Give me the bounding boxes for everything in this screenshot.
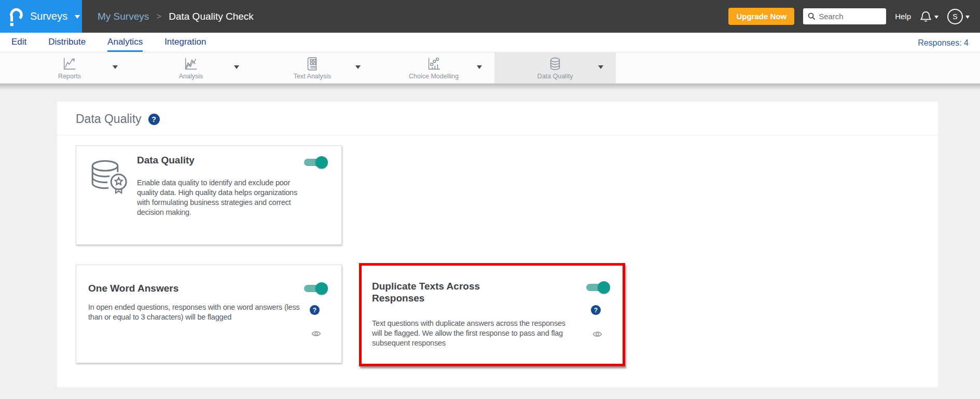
notifications-menu[interactable] [920, 10, 938, 23]
tab-label: Analysis [179, 73, 203, 80]
responses-count[interactable]: Responses: 4 [918, 33, 969, 52]
tab-strip-shadow [0, 84, 980, 90]
data-quality-icon [547, 56, 563, 72]
choice-modelling-icon [426, 56, 441, 72]
toggle-knob [315, 156, 328, 169]
analysis-chart-icon [183, 56, 199, 72]
toggle-knob [315, 282, 328, 295]
app-window: Surveys My Surveys > Data Quality Check … [0, 0, 980, 399]
help-link[interactable]: Help [895, 12, 911, 21]
help-circle-icon[interactable]: ? [310, 305, 320, 315]
breadcrumb-my-surveys[interactable]: My Surveys [98, 11, 149, 22]
nav-item-analytics[interactable]: Analytics [107, 33, 143, 52]
tab-label: Text Analysis [294, 73, 331, 80]
top-bar: Surveys My Surveys > Data Quality Check … [0, 0, 980, 33]
search-box[interactable] [803, 8, 886, 24]
breadcrumb: My Surveys > Data Quality Check [98, 11, 254, 22]
card-title: Data Quality [137, 154, 195, 166]
tab-data-quality[interactable]: Data Quality [494, 52, 616, 84]
account-menu[interactable]: S [947, 9, 970, 24]
tabs: Reports Analysis [9, 52, 616, 84]
section-title: Data Quality [76, 112, 142, 126]
panel-header: Data Quality ? [57, 102, 938, 135]
page-title: Data Quality Check [169, 11, 254, 22]
toggle-knob [598, 281, 610, 294]
chevron-down-icon[interactable] [355, 65, 361, 72]
nav-item-integration[interactable]: Integration [164, 33, 206, 52]
tab-text-analysis[interactable]: Text Analysis [252, 52, 373, 84]
eye-preview-icon[interactable] [592, 330, 603, 340]
tab-analysis[interactable]: Analysis [130, 52, 252, 84]
card-description: Text questions with duplicate answers ac… [372, 319, 569, 348]
one-word-answers-toggle[interactable] [304, 282, 328, 295]
tab-label: Choice Modelling [409, 73, 459, 80]
topbar-actions: Upgrade Now Help S [728, 8, 980, 25]
survey-nav: Edit Distribute Analytics Integration Re… [0, 33, 980, 52]
product-name: Surveys [30, 10, 67, 22]
questionpro-logo [8, 7, 23, 26]
search-input[interactable] [819, 12, 876, 21]
one-word-answers-card: One Word Answers In open ended questions… [76, 265, 342, 363]
card-description: In open ended questions, responses with … [88, 302, 314, 322]
nav-item-distribute[interactable]: Distribute [48, 33, 86, 52]
card-title: Duplicate Texts Across Responses [372, 280, 486, 304]
chevron-down-icon[interactable] [113, 65, 118, 72]
chevron-down-icon[interactable] [75, 15, 80, 21]
analytics-tab-strip: Reports Analysis [0, 52, 980, 83]
upgrade-now-button[interactable]: Upgrade Now [728, 8, 794, 25]
product-menu[interactable]: Surveys [0, 0, 82, 33]
duplicate-texts-card-highlighted: Duplicate Texts Across Responses ? Text … [359, 263, 625, 366]
chevron-down-icon [934, 16, 938, 21]
duplicate-texts-toggle[interactable] [586, 281, 610, 294]
database-badge-icon [87, 158, 131, 198]
card-description: Enable data quality to identify and excl… [137, 178, 306, 217]
chevron-down-icon [965, 16, 970, 21]
tab-label: Reports [58, 73, 81, 80]
chevron-down-icon[interactable] [477, 65, 482, 72]
help-circle-icon[interactable]: ? [148, 114, 160, 125]
text-analysis-icon [305, 56, 320, 72]
data-quality-toggle[interactable] [304, 156, 328, 169]
card-title: One Word Answers [88, 282, 178, 294]
avatar: S [947, 9, 963, 24]
data-quality-panel: Data Quality ? Data Quality Enable data … [57, 102, 938, 387]
data-quality-card: Data Quality Enable data quality to iden… [76, 145, 342, 245]
breadcrumb-separator: > [156, 11, 161, 22]
tab-reports[interactable]: Reports [9, 52, 130, 84]
nav-item-edit[interactable]: Edit [11, 33, 26, 52]
help-circle-icon[interactable]: ? [591, 305, 601, 315]
bell-icon [920, 10, 932, 23]
tab-label: Data Quality [537, 73, 573, 80]
chevron-down-icon[interactable] [598, 65, 603, 72]
search-icon [808, 12, 816, 20]
tab-choice-modelling[interactable]: Choice Modelling [373, 52, 494, 84]
eye-preview-icon[interactable] [311, 329, 322, 340]
reports-chart-icon [62, 56, 77, 72]
chevron-down-icon[interactable] [234, 65, 239, 72]
